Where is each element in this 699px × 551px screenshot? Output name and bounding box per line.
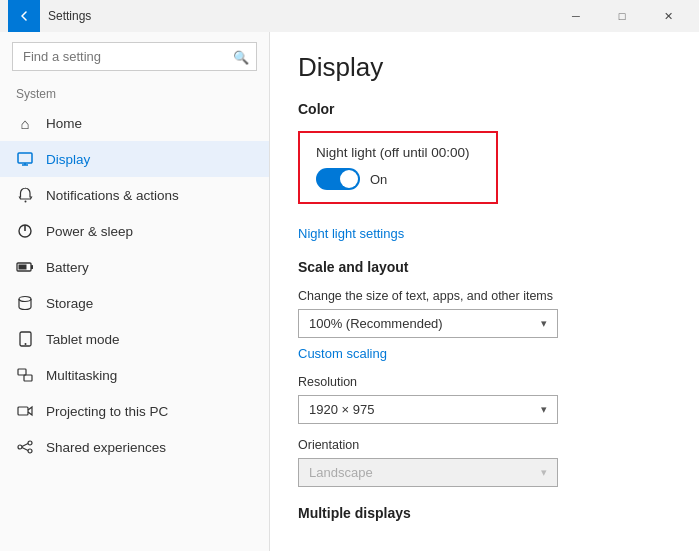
sidebar-item-label: Battery — [46, 260, 89, 275]
search-container: 🔍 — [12, 42, 257, 71]
resolution-dropdown-arrow: ▾ — [541, 403, 547, 416]
projecting-icon — [16, 402, 34, 420]
display-icon — [16, 150, 34, 168]
back-button[interactable] — [8, 0, 40, 32]
sidebar-item-tablet[interactable]: Tablet mode — [0, 321, 269, 357]
night-light-toggle[interactable] — [316, 168, 360, 190]
search-input[interactable] — [12, 42, 257, 71]
sidebar-item-label: Multitasking — [46, 368, 117, 383]
sidebar-item-label: Notifications & actions — [46, 188, 179, 203]
svg-rect-14 — [18, 407, 28, 415]
sidebar-item-home[interactable]: ⌂ Home — [0, 105, 269, 141]
svg-point-3 — [24, 201, 26, 203]
notifications-icon — [16, 186, 34, 204]
page-title: Display — [298, 52, 671, 83]
battery-icon — [16, 258, 34, 276]
svg-rect-8 — [31, 265, 33, 269]
sidebar-item-label: Tablet mode — [46, 332, 120, 347]
orientation-dropdown: Landscape ▾ — [298, 458, 558, 487]
storage-icon — [16, 294, 34, 312]
color-section-title: Color — [298, 101, 671, 117]
resolution-value: 1920 × 975 — [309, 402, 374, 417]
app-body: 🔍 System ⌂ Home Display — [0, 32, 699, 551]
svg-rect-7 — [19, 265, 27, 270]
home-icon: ⌂ — [16, 114, 34, 132]
sidebar-item-label: Power & sleep — [46, 224, 133, 239]
custom-scaling-link[interactable]: Custom scaling — [298, 346, 671, 361]
maximize-button[interactable]: □ — [599, 0, 645, 32]
minimize-button[interactable]: ─ — [553, 0, 599, 32]
sidebar-item-battery[interactable]: Battery — [0, 249, 269, 285]
multiple-displays-section: Multiple displays — [298, 505, 671, 521]
scale-dropdown-arrow: ▾ — [541, 317, 547, 330]
sidebar-item-projecting[interactable]: Projecting to this PC — [0, 393, 269, 429]
sidebar-item-label: Display — [46, 152, 90, 167]
app-title: Settings — [48, 9, 553, 23]
svg-point-15 — [18, 445, 22, 449]
sidebar-item-notifications[interactable]: Notifications & actions — [0, 177, 269, 213]
sidebar-item-label: Shared experiences — [46, 440, 166, 455]
night-light-box: Night light (off until 00:00) On — [298, 131, 498, 204]
night-light-label: Night light (off until 00:00) — [316, 145, 480, 160]
sidebar-item-label: Home — [46, 116, 82, 131]
sidebar-item-label: Storage — [46, 296, 93, 311]
toggle-on-label: On — [370, 172, 387, 187]
sidebar-item-storage[interactable]: Storage — [0, 285, 269, 321]
power-icon — [16, 222, 34, 240]
svg-line-18 — [22, 444, 28, 447]
toggle-row: On — [316, 168, 480, 190]
multiple-displays-title: Multiple displays — [298, 505, 671, 521]
svg-rect-13 — [24, 375, 32, 381]
svg-point-11 — [24, 343, 26, 345]
svg-rect-12 — [18, 369, 26, 375]
svg-point-9 — [19, 297, 31, 302]
scale-value: 100% (Recommended) — [309, 316, 443, 331]
title-bar: Settings ─ □ ✕ — [0, 0, 699, 32]
svg-point-17 — [28, 449, 32, 453]
shared-icon — [16, 438, 34, 456]
sidebar-item-label: Projecting to this PC — [46, 404, 168, 419]
resolution-label: Resolution — [298, 375, 671, 389]
system-label: System — [0, 79, 269, 105]
scale-section: Scale and layout Change the size of text… — [298, 259, 671, 487]
svg-point-16 — [28, 441, 32, 445]
tablet-icon — [16, 330, 34, 348]
svg-rect-0 — [18, 153, 32, 163]
scale-dropdown[interactable]: 100% (Recommended) ▾ — [298, 309, 558, 338]
orientation-dropdown-arrow: ▾ — [541, 466, 547, 479]
sidebar: 🔍 System ⌂ Home Display — [0, 32, 270, 551]
close-button[interactable]: ✕ — [645, 0, 691, 32]
night-light-settings-link[interactable]: Night light settings — [298, 226, 671, 241]
sidebar-item-power[interactable]: Power & sleep — [0, 213, 269, 249]
change-size-label: Change the size of text, apps, and other… — [298, 289, 671, 303]
orientation-value: Landscape — [309, 465, 373, 480]
svg-line-19 — [22, 448, 28, 451]
resolution-dropdown[interactable]: 1920 × 975 ▾ — [298, 395, 558, 424]
window-controls: ─ □ ✕ — [553, 0, 691, 32]
orientation-label: Orientation — [298, 438, 671, 452]
sidebar-item-multitasking[interactable]: Multitasking — [0, 357, 269, 393]
main-content: Display Color Night light (off until 00:… — [270, 32, 699, 551]
scale-section-title: Scale and layout — [298, 259, 671, 275]
multitasking-icon — [16, 366, 34, 384]
sidebar-item-display[interactable]: Display — [0, 141, 269, 177]
sidebar-item-shared[interactable]: Shared experiences — [0, 429, 269, 465]
